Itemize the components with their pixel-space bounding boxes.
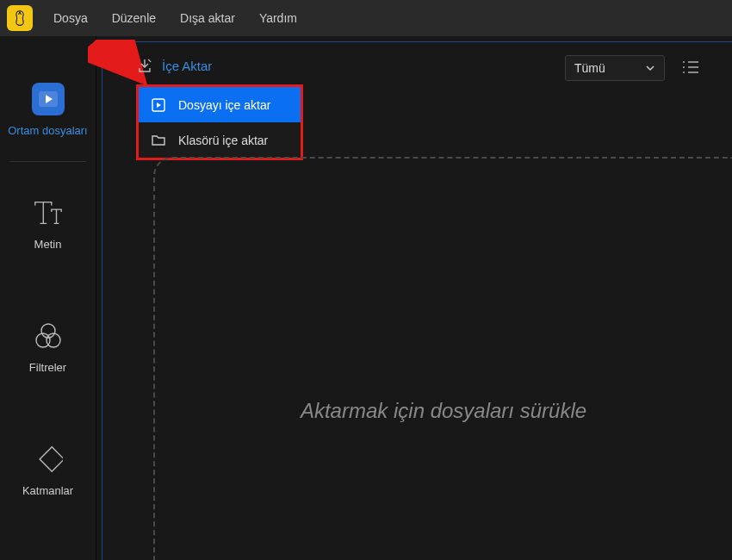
layers-icon [32,443,65,476]
app-logo [7,5,33,31]
dropdown-item-label: Klasörü içe aktar [178,134,268,147]
menu-help[interactable]: Yardım [249,6,307,30]
svg-rect-4 [40,447,63,471]
chevron-down-icon [645,65,655,72]
menu-edit[interactable]: Düzenle [102,6,166,30]
sidebar-item-layers[interactable]: Katmanlar [0,429,96,518]
sidebar-item-filters[interactable]: Filtreler [0,306,96,395]
filter-selected: Tümü [574,61,605,75]
import-dropdown: Dosyayı içe aktar Klasörü içe aktar [136,84,303,160]
sidebar-item-text[interactable]: Metin [0,183,96,271]
view-list-toggle[interactable] [679,55,703,79]
dropdown-item-label: Dosyayı içe aktar [178,98,270,112]
list-view-icon [681,59,700,75]
sidebar-item-label: Metin [34,238,62,251]
import-label: İçe Aktar [162,59,212,73]
media-icon [32,83,65,115]
dropdown-import-file[interactable]: Dosyayı içe aktar [139,87,301,122]
text-icon [32,196,65,229]
sidebar-item-media[interactable]: Ortam dosyaları [0,69,96,158]
sidebar-item-label: Ortam dosyaları [8,124,87,137]
content-area: İçe Aktar Dosyayı içe aktar Klasörü içe … [96,36,732,560]
sidebar-item-label: Filtreler [29,361,66,374]
sidebar-item-label: Katmanlar [22,484,73,497]
dropdown-import-folder[interactable]: Klasörü içe aktar [139,122,301,158]
filter-dropdown[interactable]: Tümü [565,55,665,81]
file-play-icon [151,97,166,113]
folder-icon [151,134,166,147]
sidebar-divider [9,161,86,162]
logo-icon [12,9,28,27]
drop-zone-hint: Aktarmak için dosyaları sürükle [301,399,586,423]
import-button[interactable]: İçe Aktar [136,57,212,74]
menu-file[interactable]: Dosya [43,6,98,30]
menu-export[interactable]: Dışa aktar [170,6,245,30]
menubar: Dosya Düzenle Dışa aktar Yardım [0,0,732,36]
sidebar: Ortam dosyaları Metin Filtreler [0,36,96,560]
drop-zone[interactable]: Aktarmak için dosyaları sürükle [153,157,732,560]
filters-icon [32,320,65,352]
import-icon [136,57,153,74]
